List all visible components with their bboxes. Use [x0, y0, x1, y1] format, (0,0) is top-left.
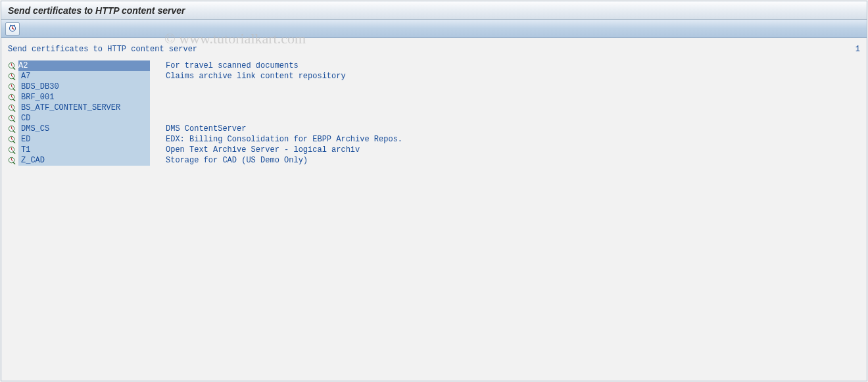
page-number: 1 [856, 45, 860, 54]
toolbar [1, 20, 867, 38]
table-row: Z_CADStorage for CAD (US Demo Only) [5, 155, 863, 166]
table-row: A7Claims archive link content repository [5, 71, 863, 82]
repository-description: DMS ContentServer [150, 124, 863, 134]
table-row: EDEDX: Billing Consolidation for EBPP Ar… [5, 134, 863, 145]
table-row: BDS_DB30 [5, 82, 863, 92]
table-row: BRF_001 [5, 92, 863, 103]
repository-code[interactable]: BS_ATF_CONTENT_SERVER [18, 103, 150, 113]
repository-code[interactable]: BDS_DB30 [18, 82, 150, 92]
svg-point-3 [12, 28, 13, 29]
repository-code[interactable]: Z_CAD [18, 155, 150, 166]
execute-row-icon[interactable] [5, 104, 18, 112]
execute-button[interactable] [5, 22, 20, 36]
repository-code[interactable]: A2 [18, 60, 150, 71]
window-title: Send certificates to HTTP content server [8, 5, 185, 16]
execute-row-icon[interactable] [5, 146, 18, 155]
title-bar: Send certificates to HTTP content server [1, 1, 867, 20]
execute-row-icon[interactable] [5, 72, 18, 81]
repository-code[interactable]: T1 [18, 145, 150, 155]
repository-code-label: A2 [18, 60, 150, 71]
repository-description: Open Text Archive Server - logical archi… [150, 145, 863, 155]
repository-description: For travel scanned documents [150, 60, 863, 71]
execute-clock-icon [8, 24, 17, 34]
table-row: CD [5, 113, 863, 124]
execute-row-icon[interactable] [5, 125, 18, 133]
table-row: DMS_CSDMS ContentServer [5, 124, 863, 134]
repository-code[interactable]: ED [18, 134, 150, 145]
repository-code[interactable]: CD [18, 113, 150, 124]
table-row: A2For travel scanned documents [5, 60, 863, 71]
repository-description: Storage for CAD (US Demo Only) [150, 155, 863, 166]
svg-rect-2 [14, 24, 15, 26]
repository-code[interactable]: BRF_001 [18, 92, 150, 103]
content-area: Send certificates to HTTP content server… [1, 38, 867, 381]
execute-row-icon[interactable] [5, 114, 18, 123]
app-window: Send certificates to HTTP content server… [1, 1, 867, 381]
status-row: Send certificates to HTTP content server… [5, 43, 863, 60]
status-text: Send certificates to HTTP content server [8, 45, 197, 54]
execute-row-icon[interactable] [5, 93, 18, 102]
svg-rect-1 [11, 24, 12, 26]
table-row: BS_ATF_CONTENT_SERVER [5, 103, 863, 113]
execute-row-icon[interactable] [5, 135, 18, 144]
repository-description: Claims archive link content repository [150, 71, 863, 82]
execute-row-icon[interactable] [5, 156, 18, 165]
table-row: T1Open Text Archive Server - logical arc… [5, 145, 863, 155]
repository-code[interactable]: DMS_CS [18, 124, 150, 134]
repository-list: A2For travel scanned documents A7Claims … [5, 60, 863, 166]
repository-description: EDX: Billing Consolidation for EBPP Arch… [150, 134, 863, 145]
execute-row-icon[interactable] [5, 62, 18, 70]
repository-code[interactable]: A7 [18, 71, 150, 82]
execute-row-icon[interactable] [5, 83, 18, 91]
